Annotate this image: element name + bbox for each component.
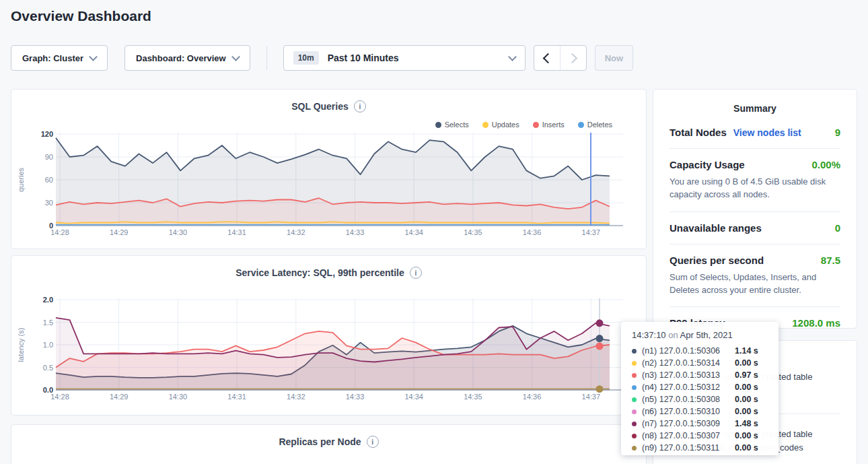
node-dot-icon (632, 446, 637, 451)
time-range-picker[interactable]: 10m Past 10 Minutes (283, 45, 526, 71)
overview-dashboard-page: Overview Dashboard Graph: Cluster Dashbo… (0, 0, 868, 464)
total-nodes-label: Total Nodes (670, 127, 727, 138)
x-tick-label: 14:31 (227, 228, 246, 236)
x-tick-label: 14:31 (227, 393, 246, 401)
hover-point-dot (596, 319, 604, 327)
page-title: Overview Dashboard (11, 8, 151, 24)
node-dot-icon (632, 422, 637, 426)
tooltip-rows: (n1) 127.0.0.1:503061.14 s(n2) 127.0.0.1… (632, 345, 779, 454)
hover-point-dot (596, 335, 604, 342)
node-address: (n3) 127.0.0.1:50313 (642, 370, 735, 380)
x-tick-label: 14:37 (582, 393, 601, 401)
legend-dot-icon (533, 122, 539, 128)
hover-point-dot (596, 343, 604, 350)
chevron-right-icon (567, 53, 577, 63)
node-dot-icon (632, 409, 637, 414)
x-tick-label: 14:29 (110, 393, 129, 401)
legend-label: Updates (492, 121, 519, 129)
node-dot-icon (632, 434, 637, 438)
legend-label: Selects (445, 121, 469, 129)
node-address: (n4) 127.0.0.1:50312 (642, 383, 735, 392)
capacity-usage-subtext: You are using 0 B of 4.5 GiB usable disk… (670, 176, 840, 201)
tooltip-node-row: (n7) 127.0.0.1:503091.48 s (632, 418, 779, 430)
time-back-button[interactable] (534, 46, 560, 70)
y-tick-label: 60 (45, 176, 53, 184)
x-tick-label: 14:32 (287, 393, 305, 401)
node-address: (n1) 127.0.0.1:50306 (642, 346, 735, 356)
tooltip-node-row: (n2) 127.0.0.1:503140.00 s (632, 357, 779, 369)
now-button[interactable]: Now (595, 45, 633, 71)
x-tick-label: 14:30 (169, 228, 188, 236)
capacity-usage-value: 0.00% (811, 159, 840, 170)
total-nodes-value: 9 (835, 127, 840, 138)
queries-per-second-value: 87.5 (821, 255, 840, 266)
graph-scope-dropdown[interactable]: Graph: Cluster (11, 45, 108, 71)
legend-label: Inserts (542, 121, 565, 129)
legend-item-updates: Updates (482, 121, 519, 129)
x-tick-label: 14:34 (404, 228, 423, 236)
x-tick-label: 14:29 (110, 228, 129, 236)
node-latency-value: 1.48 s (735, 419, 758, 428)
chart-title-row: Replicas per Node i (11, 436, 646, 448)
time-range-badge: 10m (293, 51, 319, 65)
graph-scope-label: Graph: Cluster (22, 53, 83, 63)
node-latency-value: 0.00 s (735, 443, 758, 453)
node-latency-value: 0.00 s (735, 431, 758, 440)
dashboard-dropdown[interactable]: Dashboard: Overview (124, 45, 250, 71)
tooltip-node-row: (n9) 127.0.0.1:503110.00 s (632, 442, 779, 454)
time-step-buttons (534, 45, 587, 71)
node-address: (n8) 127.0.0.1:50307 (642, 431, 735, 440)
node-dot-icon (632, 373, 637, 378)
node-dot-icon (632, 349, 637, 354)
y-tick-label: 1.5 (43, 319, 53, 327)
summary-row-total-nodes: Total Nodes View nodes list 9 (670, 117, 840, 149)
x-tick-label: 14:30 (169, 393, 188, 401)
dashboard-label: Dashboard: Overview (136, 53, 226, 63)
node-latency-value: 0.00 s (735, 383, 758, 392)
node-latency-value: 0.00 s (735, 395, 758, 404)
unavailable-ranges-label: Unavailable ranges (670, 222, 762, 234)
tooltip-time: 14:37:10 (632, 330, 666, 340)
tooltip-node-row: (n1) 127.0.0.1:503061.14 s (632, 345, 779, 357)
y-tick-label: 30 (45, 199, 53, 207)
toolbar-divider (266, 46, 267, 70)
chevron-down-icon (508, 53, 517, 61)
tooltip-node-row: (n5) 127.0.0.1:503080.00 s (632, 393, 779, 405)
tooltip-timestamp: 14:37:10 on Apr 5th, 2021 (632, 330, 779, 340)
x-tick-label: 14:35 (464, 228, 482, 236)
chart-hover-tooltip: 14:37:10 on Apr 5th, 2021 (n1) 127.0.0.1… (621, 322, 779, 455)
service-latency-chart[interactable]: 14:2814:2914:3014:3114:3214:3314:3414:35… (14, 293, 633, 405)
time-range-label: Past 10 Minutes (328, 53, 399, 63)
node-latency-value: 0.97 s (735, 370, 758, 380)
y-tick-label: 1.0 (43, 341, 53, 349)
chart-title-row: SQL Queries i (11, 100, 646, 112)
time-forward-button[interactable] (560, 46, 586, 70)
info-icon[interactable]: i (354, 100, 366, 112)
tooltip-node-row: (n6) 127.0.0.1:503100.00 s (632, 405, 779, 418)
legend-dot-icon (482, 122, 489, 128)
legend-dot-icon (578, 122, 584, 128)
legend-item-deletes: Deletes (578, 121, 612, 129)
node-address: (n2) 127.0.0.1:50314 (642, 358, 735, 368)
node-latency-value: 1.14 s (735, 346, 758, 356)
y-axis-unit-label: queries (17, 167, 25, 192)
sql-queries-title: SQL Queries (291, 101, 349, 112)
replicas-per-node-card: Replicas per Node i (11, 424, 647, 464)
info-icon[interactable]: i (367, 436, 379, 448)
p99-latency-value: 1208.0 ms (792, 317, 840, 329)
legend-dot-icon (435, 122, 441, 128)
x-tick-label: 14:34 (404, 393, 423, 401)
x-tick-label: 14:28 (50, 393, 69, 401)
summary-row-queries-per-second: Queries per second 87.5 Sum of Selects, … (670, 244, 840, 308)
x-tick-label: 14:33 (346, 228, 365, 236)
sql-queries-chart[interactable]: 14:2814:2914:3014:3114:3214:3314:3414:35… (14, 129, 633, 239)
tooltip-node-row: (n8) 127.0.0.1:503070.00 s (632, 430, 779, 442)
x-tick-label: 14:32 (287, 228, 305, 236)
sql-queries-card: SQL Queries i SelectsUpdatesInsertsDelet… (11, 89, 647, 249)
y-tick-label: 0.0 (43, 386, 53, 394)
capacity-usage-label: Capacity Usage (670, 159, 745, 170)
view-nodes-list-link[interactable]: View nodes list (733, 127, 801, 138)
info-icon[interactable]: i (410, 267, 422, 279)
y-tick-label: 120 (41, 130, 53, 138)
x-tick-label: 14:28 (50, 228, 69, 236)
